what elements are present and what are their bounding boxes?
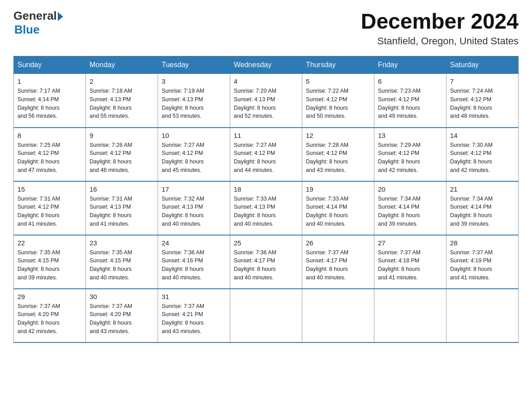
day-info: Sunrise: 7:18 AM Sunset: 4:13 PM Dayligh… (90, 87, 154, 120)
day-number: 16 (90, 185, 154, 193)
day-number: 12 (306, 132, 370, 139)
table-row: 8 Sunrise: 7:25 AM Sunset: 4:12 PM Dayli… (14, 128, 86, 181)
table-row: 19 Sunrise: 7:33 AM Sunset: 4:14 PM Dayl… (302, 181, 374, 235)
day-number: 20 (378, 185, 442, 193)
day-info: Sunrise: 7:37 AM Sunset: 4:20 PM Dayligh… (90, 302, 154, 336)
day-info: Sunrise: 7:31 AM Sunset: 4:12 PM Dayligh… (17, 195, 82, 228)
table-row (446, 289, 519, 342)
day-number: 28 (450, 239, 515, 247)
day-info: Sunrise: 7:31 AM Sunset: 4:13 PM Dayligh… (90, 195, 154, 228)
logo-arrow-icon (58, 12, 63, 21)
day-number: 13 (378, 132, 442, 139)
title-section: December 2024 Stanfield, Oregon, United … (361, 9, 519, 47)
logo-blue-text: Blue (14, 23, 39, 36)
day-number: 11 (234, 132, 298, 139)
day-info: Sunrise: 7:37 AM Sunset: 4:19 PM Dayligh… (450, 248, 515, 282)
logo-general-text: General (13, 9, 57, 23)
table-row: 31 Sunrise: 7:37 AM Sunset: 4:21 PM Dayl… (158, 289, 230, 342)
day-info: Sunrise: 7:20 AM Sunset: 4:13 PM Dayligh… (234, 87, 298, 120)
table-row (374, 289, 446, 342)
col-saturday: Saturday (446, 56, 519, 74)
logo: General Blue (13, 9, 63, 37)
day-number: 3 (162, 77, 226, 85)
table-row: 30 Sunrise: 7:37 AM Sunset: 4:20 PM Dayl… (86, 289, 158, 342)
day-info: Sunrise: 7:28 AM Sunset: 4:12 PM Dayligh… (306, 141, 370, 175)
table-row (302, 289, 374, 342)
table-row: 17 Sunrise: 7:32 AM Sunset: 4:13 PM Dayl… (158, 181, 230, 235)
day-number: 18 (234, 185, 298, 193)
day-info: Sunrise: 7:33 AM Sunset: 4:13 PM Dayligh… (234, 195, 298, 228)
table-row: 25 Sunrise: 7:36 AM Sunset: 4:17 PM Dayl… (230, 235, 302, 289)
table-row: 13 Sunrise: 7:29 AM Sunset: 4:12 PM Dayl… (374, 128, 446, 181)
month-year-title: December 2024 (361, 9, 519, 34)
table-row: 3 Sunrise: 7:19 AM Sunset: 4:13 PM Dayli… (158, 74, 230, 128)
day-info: Sunrise: 7:35 AM Sunset: 4:15 PM Dayligh… (17, 248, 82, 282)
day-number: 7 (450, 77, 515, 85)
day-info: Sunrise: 7:27 AM Sunset: 4:12 PM Dayligh… (234, 141, 298, 175)
col-monday: Monday (86, 56, 158, 74)
table-row: 29 Sunrise: 7:37 AM Sunset: 4:20 PM Dayl… (14, 289, 86, 342)
day-info: Sunrise: 7:37 AM Sunset: 4:21 PM Dayligh… (162, 302, 226, 336)
day-number: 10 (162, 132, 226, 139)
day-info: Sunrise: 7:23 AM Sunset: 4:12 PM Dayligh… (378, 87, 442, 120)
table-row: 12 Sunrise: 7:28 AM Sunset: 4:12 PM Dayl… (302, 128, 374, 181)
table-row: 10 Sunrise: 7:27 AM Sunset: 4:12 PM Dayl… (158, 128, 230, 181)
table-row: 1 Sunrise: 7:17 AM Sunset: 4:14 PM Dayli… (14, 74, 86, 128)
day-info: Sunrise: 7:37 AM Sunset: 4:17 PM Dayligh… (306, 248, 370, 282)
col-tuesday: Tuesday (158, 56, 230, 74)
table-row: 21 Sunrise: 7:34 AM Sunset: 4:14 PM Dayl… (446, 181, 519, 235)
table-row: 7 Sunrise: 7:24 AM Sunset: 4:12 PM Dayli… (446, 74, 519, 128)
day-number: 6 (378, 77, 442, 85)
table-row: 18 Sunrise: 7:33 AM Sunset: 4:13 PM Dayl… (230, 181, 302, 235)
day-info: Sunrise: 7:32 AM Sunset: 4:13 PM Dayligh… (162, 195, 226, 228)
day-number: 8 (17, 132, 82, 139)
day-info: Sunrise: 7:29 AM Sunset: 4:12 PM Dayligh… (378, 141, 442, 175)
table-row: 5 Sunrise: 7:22 AM Sunset: 4:12 PM Dayli… (302, 74, 374, 128)
day-info: Sunrise: 7:37 AM Sunset: 4:18 PM Dayligh… (378, 248, 442, 282)
day-info: Sunrise: 7:35 AM Sunset: 4:15 PM Dayligh… (90, 248, 154, 282)
day-number: 17 (162, 185, 226, 193)
day-info: Sunrise: 7:24 AM Sunset: 4:12 PM Dayligh… (450, 87, 515, 120)
table-row: 15 Sunrise: 7:31 AM Sunset: 4:12 PM Dayl… (14, 181, 86, 235)
day-number: 25 (234, 239, 298, 247)
day-info: Sunrise: 7:30 AM Sunset: 4:12 PM Dayligh… (450, 141, 515, 175)
day-number: 19 (306, 185, 370, 193)
day-info: Sunrise: 7:34 AM Sunset: 4:14 PM Dayligh… (450, 195, 515, 228)
day-number: 1 (17, 77, 82, 85)
day-number: 9 (90, 132, 154, 139)
day-number: 2 (90, 77, 154, 85)
day-info: Sunrise: 7:34 AM Sunset: 4:14 PM Dayligh… (378, 195, 442, 228)
col-thursday: Thursday (302, 56, 374, 74)
calendar-week-row: 1 Sunrise: 7:17 AM Sunset: 4:14 PM Dayli… (14, 74, 519, 128)
day-info: Sunrise: 7:26 AM Sunset: 4:12 PM Dayligh… (90, 141, 154, 175)
table-row: 14 Sunrise: 7:30 AM Sunset: 4:12 PM Dayl… (446, 128, 519, 181)
day-number: 14 (450, 132, 515, 139)
location-subtitle: Stanfield, Oregon, United States (361, 35, 519, 47)
col-wednesday: Wednesday (230, 56, 302, 74)
calendar-body: 1 Sunrise: 7:17 AM Sunset: 4:14 PM Dayli… (14, 74, 519, 342)
table-row: 16 Sunrise: 7:31 AM Sunset: 4:13 PM Dayl… (86, 181, 158, 235)
page-header: General Blue December 2024 Stanfield, Or… (13, 9, 519, 47)
calendar-week-row: 15 Sunrise: 7:31 AM Sunset: 4:12 PM Dayl… (14, 181, 519, 235)
calendar-header-row: Sunday Monday Tuesday Wednesday Thursday… (14, 56, 519, 74)
table-row: 22 Sunrise: 7:35 AM Sunset: 4:15 PM Dayl… (14, 235, 86, 289)
day-number: 30 (90, 293, 154, 300)
day-number: 24 (162, 239, 226, 247)
table-row: 2 Sunrise: 7:18 AM Sunset: 4:13 PM Dayli… (86, 74, 158, 128)
day-info: Sunrise: 7:19 AM Sunset: 4:13 PM Dayligh… (162, 87, 226, 120)
table-row: 28 Sunrise: 7:37 AM Sunset: 4:19 PM Dayl… (446, 235, 519, 289)
day-info: Sunrise: 7:25 AM Sunset: 4:12 PM Dayligh… (17, 141, 82, 175)
day-info: Sunrise: 7:36 AM Sunset: 4:17 PM Dayligh… (234, 248, 298, 282)
day-number: 22 (17, 239, 82, 247)
table-row: 24 Sunrise: 7:36 AM Sunset: 4:16 PM Dayl… (158, 235, 230, 289)
day-number: 31 (162, 293, 226, 300)
day-info: Sunrise: 7:22 AM Sunset: 4:12 PM Dayligh… (306, 87, 370, 120)
table-row: 4 Sunrise: 7:20 AM Sunset: 4:13 PM Dayli… (230, 74, 302, 128)
table-row (230, 289, 302, 342)
table-row: 9 Sunrise: 7:26 AM Sunset: 4:12 PM Dayli… (86, 128, 158, 181)
col-friday: Friday (374, 56, 446, 74)
table-row: 23 Sunrise: 7:35 AM Sunset: 4:15 PM Dayl… (86, 235, 158, 289)
day-info: Sunrise: 7:33 AM Sunset: 4:14 PM Dayligh… (306, 195, 370, 228)
day-number: 5 (306, 77, 370, 85)
day-number: 27 (378, 239, 442, 247)
